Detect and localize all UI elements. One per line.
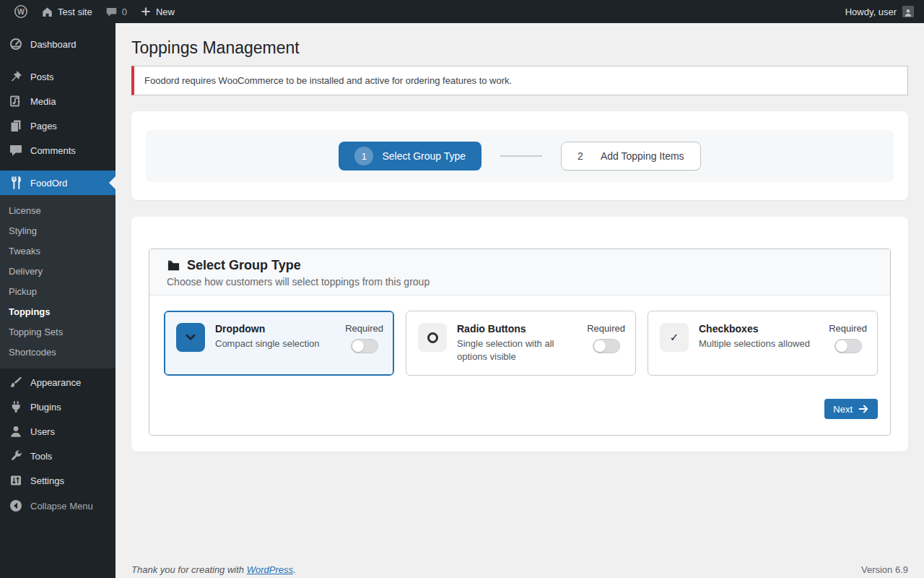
sidebar-item-label: Users bbox=[30, 426, 55, 437]
wordpress-link[interactable]: WordPress bbox=[247, 564, 293, 575]
foodord-submenu: License Styling Tweaks Delivery Pickup T… bbox=[0, 195, 116, 368]
user-icon bbox=[9, 424, 23, 439]
comments-icon bbox=[9, 143, 23, 158]
admin-bar: W Test site 0 New Howdy, user bbox=[0, 0, 924, 23]
home-icon bbox=[41, 6, 53, 18]
site-name-label: Test site bbox=[58, 7, 92, 17]
folder-icon bbox=[167, 259, 180, 272]
required-toggle-radio[interactable] bbox=[593, 339, 620, 353]
comment-bubble-icon bbox=[105, 6, 118, 18]
option-description: Single selection with all options visibl… bbox=[457, 337, 565, 363]
step-2-label: Add Topping Items bbox=[601, 150, 684, 162]
plug-icon bbox=[9, 400, 23, 414]
step-1-select-group-type[interactable]: 1 Select Group Type bbox=[339, 142, 481, 171]
toggle-knob bbox=[352, 340, 364, 352]
new-content-menu[interactable]: New bbox=[134, 0, 181, 23]
paintbrush-icon bbox=[9, 375, 23, 389]
group-type-card: Select Group Type Choose how customers w… bbox=[131, 217, 908, 452]
step-1-number: 1 bbox=[354, 147, 373, 165]
new-label: New bbox=[156, 7, 175, 17]
sidebar-item-tools[interactable]: Tools bbox=[0, 444, 116, 468]
panel-body: Dropdown Compact single selection Requir… bbox=[149, 296, 890, 435]
required-label: Required bbox=[829, 323, 867, 334]
comments-count: 0 bbox=[122, 7, 127, 17]
sidebar-item-settings[interactable]: Settings bbox=[0, 468, 116, 493]
sidebar-item-label: Appearance bbox=[30, 377, 81, 388]
sidebar-item-label: Comments bbox=[30, 145, 76, 156]
select-group-type-panel: Select Group Type Choose how customers w… bbox=[149, 249, 891, 436]
chevron-down-icon bbox=[176, 323, 205, 352]
wordpress-logo-icon: W bbox=[14, 4, 28, 19]
admin-footer: Thank you for creating with WordPress. V… bbox=[131, 564, 908, 575]
submenu-item-tweaks[interactable]: Tweaks bbox=[0, 241, 116, 261]
version-label: Version 6.9 bbox=[861, 564, 908, 575]
panel-title: Select Group Type bbox=[187, 258, 301, 273]
sidebar-item-label: Posts bbox=[30, 72, 54, 82]
collapse-menu-label: Collapse Menu bbox=[30, 501, 93, 512]
stepper-panel: 1 Select Group Type 2 Add Topping Items bbox=[146, 130, 894, 182]
submenu-item-pickup[interactable]: Pickup bbox=[0, 281, 116, 301]
woocommerce-notice: Foodord requires WooCommerce to be insta… bbox=[131, 66, 908, 95]
required-label: Required bbox=[587, 323, 625, 334]
wrench-icon bbox=[9, 449, 23, 463]
sidebar-item-comments[interactable]: Comments bbox=[0, 138, 116, 163]
submenu-item-topping-sets[interactable]: Topping Sets bbox=[0, 322, 116, 342]
option-dropdown[interactable]: Dropdown Compact single selection Requir… bbox=[164, 311, 394, 376]
option-name: Dropdown bbox=[215, 323, 320, 335]
sidebar-item-users[interactable]: Users bbox=[0, 419, 116, 444]
submenu-item-styling[interactable]: Styling bbox=[0, 220, 116, 241]
footer-thanks-text: Thank you for creating with WordPress. bbox=[131, 564, 296, 575]
submenu-item-license[interactable]: License bbox=[0, 200, 116, 220]
sidebar-item-label: Settings bbox=[30, 475, 64, 486]
option-checkboxes[interactable]: ✓ Checkboxes Multiple selections allowed… bbox=[648, 311, 878, 376]
panel-subtitle: Choose how customers will select topping… bbox=[167, 276, 873, 288]
comments-admin-bar-link[interactable]: 0 bbox=[99, 0, 134, 23]
arrow-right-icon bbox=[858, 403, 869, 415]
sidebar-item-label: FoodOrd bbox=[30, 178, 67, 189]
sidebar-item-appearance[interactable]: Appearance bbox=[0, 370, 116, 394]
user-avatar bbox=[902, 6, 914, 17]
option-description: Multiple selections allowed bbox=[699, 337, 810, 350]
submenu-item-toppings[interactable]: Toppings bbox=[0, 301, 116, 322]
step-connector bbox=[500, 155, 542, 157]
site-name-link[interactable]: Test site bbox=[35, 0, 99, 23]
required-toggle-checkboxes[interactable] bbox=[834, 339, 862, 353]
wordpress-logo-menu[interactable]: W bbox=[7, 0, 35, 23]
submenu-item-delivery[interactable]: Delivery bbox=[0, 261, 116, 281]
step-2-number: 2 bbox=[578, 150, 583, 162]
main-content: Toppings Management Foodord requires Woo… bbox=[116, 23, 924, 578]
step-2-add-topping-items[interactable]: 2 Add Topping Items bbox=[561, 142, 701, 171]
sidebar-item-posts[interactable]: Posts bbox=[0, 64, 116, 89]
collapse-menu-button[interactable]: Collapse Menu bbox=[0, 493, 116, 518]
menu-separator bbox=[0, 56, 116, 64]
sidebar-item-label: Media bbox=[30, 96, 56, 107]
next-button-label: Next bbox=[833, 404, 853, 415]
step-1-label: Select Group Type bbox=[382, 150, 466, 162]
notice-text: Foodord requires WooCommerce to be insta… bbox=[144, 75, 512, 86]
collapse-arrow-icon bbox=[9, 499, 23, 513]
submenu-item-shortcodes[interactable]: Shortcodes bbox=[0, 342, 116, 362]
sidebar-item-media[interactable]: Media bbox=[0, 89, 116, 113]
next-button[interactable]: Next bbox=[824, 399, 878, 419]
panel-header: Select Group Type Choose how customers w… bbox=[149, 249, 890, 296]
option-radio-buttons[interactable]: Radio Buttons Single selection with all … bbox=[406, 311, 636, 376]
sidebar-item-plugins[interactable]: Plugins bbox=[0, 394, 116, 419]
option-name: Checkboxes bbox=[699, 323, 810, 335]
required-toggle-dropdown[interactable] bbox=[351, 339, 378, 353]
sidebar-item-label: Pages bbox=[30, 121, 57, 131]
checkmark-icon: ✓ bbox=[660, 323, 689, 352]
sidebar-item-pages[interactable]: Pages bbox=[0, 113, 116, 138]
radio-button-icon bbox=[418, 323, 447, 352]
admin-sidebar: Dashboard Posts Media Pages Comments bbox=[0, 23, 116, 578]
option-description: Compact single selection bbox=[215, 337, 320, 350]
howdy-user-menu[interactable]: Howdy, user bbox=[839, 0, 914, 23]
pages-icon bbox=[9, 118, 23, 133]
svg-text:W: W bbox=[17, 7, 25, 16]
sidebar-item-label: Plugins bbox=[30, 402, 61, 413]
sidebar-item-dashboard[interactable]: Dashboard bbox=[0, 32, 116, 56]
sidebar-item-foodord[interactable]: FoodOrd bbox=[0, 171, 116, 195]
pushpin-icon bbox=[9, 69, 23, 84]
sidebar-item-label: Dashboard bbox=[30, 39, 77, 50]
page-title: Toppings Management bbox=[131, 38, 908, 59]
toggle-knob bbox=[836, 340, 847, 352]
